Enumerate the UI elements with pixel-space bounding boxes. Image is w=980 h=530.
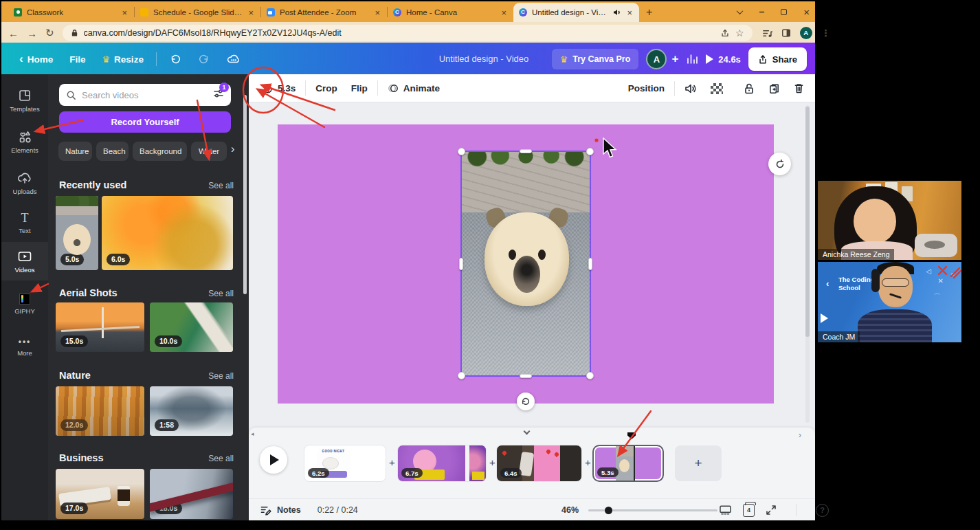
resize-button[interactable]: ♛ Resize <box>93 54 151 65</box>
search-filter-button[interactable]: 1 <box>213 88 224 102</box>
chips-scroll-right-icon[interactable]: › <box>231 143 234 155</box>
resize-handle-right[interactable] <box>588 258 592 270</box>
grid-view-button[interactable] <box>719 505 732 516</box>
video-thumb-fog[interactable]: 1:58 <box>150 386 233 436</box>
sidebar-item-giphy[interactable]: GIPHY <box>1 286 48 322</box>
browser-reload-icon[interactable]: ↻ <box>45 27 54 39</box>
chip-water[interactable]: Water <box>191 142 227 161</box>
browser-forward-icon[interactable]: → <box>27 27 37 39</box>
sidebar-item-videos[interactable]: Videos <box>1 242 48 280</box>
tab-close-icon[interactable]: × <box>373 8 381 18</box>
tab-canva-home[interactable]: C Home - Canva × <box>388 3 513 22</box>
timeline-collapse-button[interactable] <box>521 428 532 437</box>
video-thumb-puppy[interactable]: 5.0s <box>56 196 98 270</box>
timeline-scroll-left-icon[interactable]: ◂ <box>251 430 254 437</box>
sidebar-item-templates[interactable]: Templates <box>1 82 48 118</box>
see-all-link[interactable]: See all <box>208 181 234 190</box>
see-all-link[interactable]: See all <box>208 371 234 381</box>
tab-close-icon[interactable]: × <box>120 8 129 18</box>
tab-google-slides[interactable]: Schedule - Google Slides × <box>135 3 260 22</box>
preview-play-button[interactable]: 24.6s <box>706 54 741 65</box>
address-bar[interactable]: canva.com/design/DAFC6Msol18/RHqwyEY2Tx0… <box>63 25 753 41</box>
try-canva-pro-button[interactable]: ♛ Try Canva Pro <box>552 49 639 69</box>
video-thumb-bridge[interactable]: 15.0s <box>56 302 144 352</box>
sidebar-item-more[interactable]: ••• More <box>1 329 48 364</box>
zoom-slider-thumb[interactable] <box>605 507 612 514</box>
insert-clip-button[interactable]: + <box>389 456 395 468</box>
browser-menu-icon[interactable]: ⋮ <box>821 27 831 38</box>
video-search-box[interactable]: 1 <box>59 84 231 106</box>
timeline-clip-4-selected[interactable]: 5.3s <box>592 445 664 482</box>
sidebar-item-uploads[interactable]: Uploads <box>1 165 48 201</box>
animate-button[interactable]: Animate <box>381 82 447 94</box>
chip-nature[interactable]: Nature <box>58 142 92 161</box>
sidebar-item-text[interactable]: T Text <box>1 205 48 241</box>
timeline-clip-3[interactable]: 6.4s <box>496 445 582 482</box>
autosave-button[interactable] <box>219 53 249 65</box>
see-all-link[interactable]: See all <box>208 289 234 298</box>
resize-handle-bottom-left[interactable] <box>458 372 465 379</box>
clip-timing-button[interactable]: 5.3s <box>256 82 302 94</box>
browser-back-icon[interactable]: ← <box>8 27 19 39</box>
resize-handle-top-right[interactable] <box>586 148 594 155</box>
tab-untitled-design-active[interactable]: C Untitled design - Video × <box>513 3 639 22</box>
search-input[interactable] <box>82 90 208 100</box>
resize-handle-top[interactable] <box>520 149 532 153</box>
flip-button[interactable]: Flip <box>344 83 375 93</box>
tab-close-icon[interactable]: × <box>500 8 508 18</box>
zoom-slider[interactable] <box>588 509 717 511</box>
resize-handle-top-left[interactable] <box>458 148 465 155</box>
video-thumb-desk[interactable]: 18.0s <box>150 469 233 519</box>
delete-button[interactable] <box>787 82 811 94</box>
duplicate-button[interactable] <box>761 82 787 95</box>
workspace-scrollbar-thumb[interactable] <box>805 107 810 337</box>
video-thumb-ink[interactable]: 6.0s <box>102 196 233 270</box>
window-minimize-button[interactable]: – <box>759 6 764 17</box>
position-button[interactable]: Position <box>621 83 671 93</box>
share-button[interactable]: Share <box>748 47 807 71</box>
timeline-play-button[interactable] <box>260 446 287 474</box>
pages-count-button[interactable]: 4 <box>743 504 755 517</box>
see-all-link[interactable]: See all <box>208 454 234 463</box>
tab-zoom[interactable]: Post Attendee - Zoom × <box>261 3 387 22</box>
record-yourself-button[interactable]: Record Yourself <box>59 111 231 133</box>
browser-profile-avatar[interactable]: A <box>800 27 812 39</box>
crop-button[interactable]: Crop <box>309 83 344 93</box>
tab-close-icon[interactable]: × <box>247 8 255 18</box>
volume-button[interactable] <box>678 83 704 94</box>
insert-clip-button[interactable]: + <box>489 456 495 468</box>
video-thumb-autumn[interactable]: 12.0s <box>56 386 144 436</box>
window-restore-button[interactable] <box>781 9 787 15</box>
add-member-button[interactable]: + <box>671 52 678 66</box>
insert-clip-button[interactable]: + <box>585 456 591 468</box>
timeline-clip-1[interactable]: GOOD NIGHT 6.2s <box>304 445 386 482</box>
share-page-icon[interactable] <box>720 28 730 38</box>
new-tab-button[interactable]: + <box>646 6 652 19</box>
chip-beach[interactable]: Beach <box>96 142 129 161</box>
window-close-button[interactable]: × <box>803 6 810 18</box>
home-button[interactable]: ‹ Home <box>11 52 61 66</box>
timeline-clip-2[interactable]: 6.7s <box>397 445 487 482</box>
timeline-scroll-right-icon[interactable]: › <box>799 430 801 440</box>
file-menu-button[interactable]: File <box>61 54 93 65</box>
add-page-button[interactable]: + <box>675 445 722 481</box>
resize-handle-left[interactable] <box>459 258 463 270</box>
tab-search-chevron-icon[interactable] <box>737 8 744 14</box>
bookmark-star-icon[interactable]: ☆ <box>735 27 744 38</box>
rotate-handle[interactable] <box>517 393 535 410</box>
tab-close-icon[interactable]: × <box>625 8 634 18</box>
floating-refresh-button[interactable] <box>768 153 791 175</box>
canva-avatar[interactable]: A <box>646 49 667 69</box>
side-panel-icon[interactable] <box>781 28 791 38</box>
resize-handle-bottom-right[interactable] <box>586 372 594 379</box>
lock-button[interactable] <box>737 82 761 95</box>
sidebar-item-elements[interactable]: Elements <box>1 124 48 159</box>
selected-video-element[interactable] <box>462 152 590 375</box>
fullscreen-button[interactable] <box>766 505 777 516</box>
video-thumb-fields[interactable]: 10.0s <box>150 302 233 352</box>
chip-background[interactable]: Background <box>133 142 187 161</box>
panel-scrollbar[interactable] <box>243 95 247 294</box>
tab-classwork[interactable]: Classwork × <box>8 3 134 22</box>
transparency-button[interactable] <box>704 83 730 94</box>
resize-handle-bottom[interactable] <box>520 374 532 378</box>
